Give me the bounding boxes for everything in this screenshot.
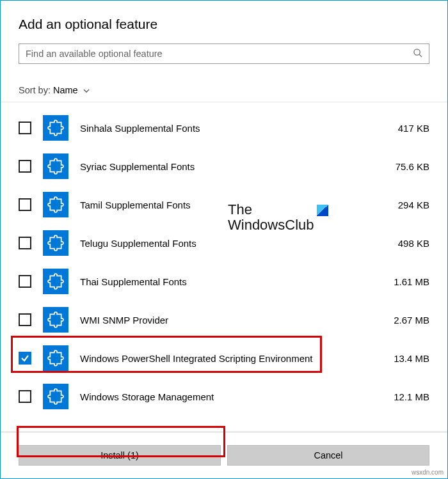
feature-label: Windows PowerShell Integrated Scripting …	[80, 353, 378, 364]
cancel-button[interactable]: Cancel	[227, 445, 429, 466]
install-button[interactable]: Install (1)	[19, 445, 221, 466]
svg-line-1	[419, 54, 422, 57]
feature-size: 417 KB	[378, 123, 429, 134]
feature-label: Tamil Supplemental Fonts	[80, 200, 378, 210]
checkbox[interactable]	[19, 237, 31, 249]
svg-point-0	[414, 49, 420, 54]
list-item[interactable]: Windows Storage Management12.1 MB	[1, 377, 447, 416]
list-item[interactable]: WMI SNMP Provider2.67 MB	[1, 301, 447, 339]
page-title: Add an optional feature	[19, 17, 429, 32]
list-item[interactable]: Windows PowerShell Integrated Scripting …	[1, 339, 447, 377]
puzzle-icon	[43, 307, 68, 333]
feature-label: Windows Storage Management	[80, 391, 378, 402]
sort-label: Sort by:	[19, 85, 51, 95]
feature-size: 294 KB	[378, 200, 429, 210]
feature-size: 2.67 MB	[378, 315, 429, 326]
feature-size: 498 KB	[378, 238, 429, 249]
puzzle-icon	[43, 230, 68, 256]
checkbox[interactable]	[19, 390, 31, 403]
feature-list: Sinhala Supplemental Fonts417 KBSyriac S…	[1, 102, 447, 428]
feature-size: 13.4 MB	[378, 353, 429, 364]
search-icon	[413, 48, 422, 60]
list-item[interactable]: Telugu Supplemental Fonts498 KB	[1, 224, 447, 262]
footer: Install (1) Cancel	[1, 432, 447, 478]
feature-label: WMI SNMP Provider	[80, 315, 378, 326]
chevron-down-icon	[83, 85, 90, 95]
checkbox[interactable]	[19, 313, 31, 326]
puzzle-icon	[43, 269, 68, 294]
puzzle-icon	[43, 384, 68, 409]
checkbox[interactable]	[19, 352, 31, 365]
list-item[interactable]: Syriac Supplemental Fonts75.6 KB	[1, 147, 447, 185]
feature-label: Telugu Supplemental Fonts	[80, 238, 378, 249]
feature-label: Thai Supplemental Fonts	[80, 276, 378, 287]
list-item[interactable]: Sinhala Supplemental Fonts417 KB	[1, 109, 447, 147]
checkbox[interactable]	[19, 160, 31, 173]
puzzle-icon	[43, 153, 68, 179]
search-placeholder: Find an available optional feature	[26, 49, 163, 59]
search-input[interactable]: Find an available optional feature	[19, 43, 429, 64]
feature-size: 75.6 KB	[378, 161, 429, 172]
sort-value: Name	[53, 85, 78, 95]
puzzle-icon	[43, 192, 68, 217]
feature-label: Sinhala Supplemental Fonts	[80, 123, 378, 134]
checkbox[interactable]	[19, 122, 31, 134]
list-item[interactable]: Thai Supplemental Fonts1.61 MB	[1, 262, 447, 301]
list-item[interactable]: Tamil Supplemental Fonts294 KB	[1, 185, 447, 224]
checkbox[interactable]	[19, 198, 31, 211]
puzzle-icon	[43, 115, 68, 141]
feature-label: Syriac Supplemental Fonts	[80, 161, 378, 172]
feature-size: 1.61 MB	[378, 276, 429, 287]
sort-selector[interactable]: Sort by: Name	[1, 74, 447, 102]
feature-size: 12.1 MB	[378, 391, 429, 402]
checkbox[interactable]	[19, 275, 31, 288]
puzzle-icon	[43, 345, 68, 371]
